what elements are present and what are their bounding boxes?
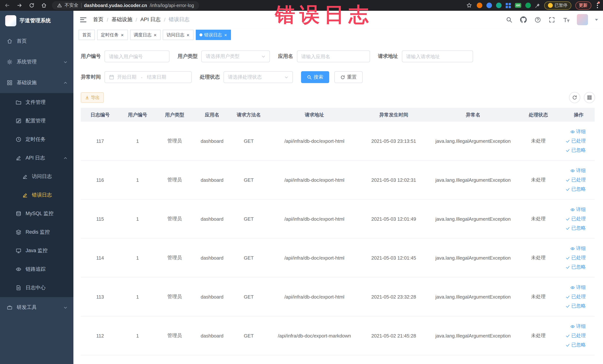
cell-actions: 详细 已处理 已忽略 — [556, 245, 595, 270]
refresh-button[interactable] — [28, 2, 35, 9]
tab-access-log[interactable]: 访问日志 × — [163, 30, 193, 40]
refresh-icon — [29, 3, 35, 8]
detail-link[interactable]: 详细 — [570, 245, 586, 252]
fullscreen-button[interactable] — [548, 16, 556, 23]
mark-ignored-link[interactable]: 已忽略 — [565, 341, 586, 348]
close-icon[interactable]: × — [186, 33, 190, 37]
sidebar-item-tracing[interactable]: 链路追踪 — [0, 260, 73, 279]
reset-button[interactable]: 重置 — [334, 71, 363, 83]
tab-schedule-log[interactable]: 调度日志 × — [130, 30, 161, 40]
font-size-button[interactable] — [562, 16, 570, 23]
extension-icon-teal[interactable] — [496, 3, 502, 8]
sidebar-item-redis-monitor[interactable]: Redis 监控 — [0, 223, 73, 241]
sidebar-item-scheduled-tasks[interactable]: 定时任务 — [0, 130, 73, 149]
star-icon — [466, 3, 472, 8]
cell-user-type: 管理员 — [156, 332, 194, 339]
mark-ignored-link[interactable]: 已忽略 — [565, 186, 586, 192]
breadcrumb-separator: / — [164, 17, 165, 23]
mark-ignored-link[interactable]: 已忽略 — [565, 225, 586, 231]
sidebar-item-dev-tools[interactable]: 研发工具 — [0, 297, 73, 318]
tab-home[interactable]: 首页 — [79, 30, 95, 40]
detail-link[interactable]: 详细 — [570, 167, 586, 174]
table-row: 116 1 管理员 dashboard GET /api/infra/db-do… — [81, 161, 595, 200]
extension-icon-grid[interactable] — [506, 3, 511, 8]
search-button[interactable] — [505, 16, 513, 23]
mark-processed-link[interactable]: 已处理 — [565, 332, 586, 339]
breadcrumb-item[interactable]: 基础设施 — [112, 16, 132, 23]
mark-ignored-link[interactable]: 已忽略 — [565, 303, 586, 309]
filter-label: 处理状态 — [200, 74, 220, 81]
sidebar-item-home[interactable]: 首页 — [0, 31, 73, 52]
pin-icon[interactable] — [535, 3, 540, 8]
sidebar-item-mysql-monitor[interactable]: MySQL 监控 — [0, 204, 73, 223]
sidebar-item-system[interactable]: 系统管理 — [0, 52, 73, 72]
document-icon — [16, 285, 22, 291]
close-icon[interactable]: × — [224, 33, 227, 37]
help-button[interactable] — [534, 16, 542, 23]
home-button[interactable] — [40, 2, 47, 9]
help-icon — [534, 16, 541, 23]
sidebar-item-access-log[interactable]: 访问日志 — [0, 167, 73, 186]
browser-menu-kebab-icon[interactable] — [595, 2, 599, 9]
mark-processed-link[interactable]: 已处理 — [565, 138, 586, 144]
detail-link[interactable]: 详细 — [570, 284, 586, 291]
extension-on-badge[interactable]: on — [515, 3, 521, 8]
sidebar-item-api-log[interactable]: API 日志 — [0, 149, 73, 167]
mark-ignored-link[interactable]: 已忽略 — [565, 264, 586, 270]
export-button[interactable]: 导出 — [81, 92, 104, 103]
request-url-input[interactable] — [402, 50, 473, 62]
address-bar[interactable]: 不安全 dashboard.yudao.iocoder.cn/infra/log… — [52, 1, 199, 10]
breadcrumb-separator: / — [136, 17, 137, 23]
sidebar-item-infrastructure[interactable]: 基础设施 — [0, 72, 73, 93]
column-header: 操作 — [556, 111, 595, 118]
app-logo[interactable]: 芋道管理系统 — [0, 11, 73, 31]
detail-link[interactable]: 详细 — [570, 206, 586, 213]
sidebar-item-file-management[interactable]: 文件管理 — [0, 93, 73, 112]
chevron-down-icon — [261, 54, 266, 59]
mark-processed-link[interactable]: 已处理 — [565, 215, 586, 222]
user-type-select[interactable]: 请选择用户类型 — [201, 50, 270, 62]
breadcrumb-item[interactable]: 首页 — [93, 16, 104, 23]
mark-processed-link[interactable]: 已处理 — [565, 176, 586, 183]
breadcrumb-item[interactable]: API 日志 — [140, 16, 161, 23]
tab-error-log[interactable]: 错误日志 × — [196, 30, 231, 40]
mark-processed-link[interactable]: 已处理 — [565, 293, 586, 300]
user-id-input[interactable] — [104, 50, 169, 62]
update-button[interactable]: 更新 — [575, 1, 591, 10]
extension-icon-blue[interactable] — [487, 3, 492, 8]
hamburger-icon[interactable] — [79, 16, 88, 23]
github-button[interactable] — [519, 16, 527, 24]
sidebar-item-log-center[interactable]: 日志中心 — [0, 279, 73, 297]
date-range-picker[interactable]: 开始日期 - 结束日期 — [104, 71, 192, 83]
forward-button[interactable] — [16, 2, 23, 9]
tab-scheduled-tasks[interactable]: 定时任务 × — [97, 30, 128, 40]
mark-processed-link[interactable]: 已处理 — [565, 254, 586, 261]
extension-icon-orange[interactable] — [477, 3, 482, 8]
sidebar-item-error-log[interactable]: 错误日志 — [0, 186, 73, 204]
process-status-select[interactable]: 请选择处理状态 — [223, 71, 293, 83]
eye-icon — [570, 168, 575, 173]
caret-down-icon[interactable] — [595, 19, 598, 21]
font-size-icon — [563, 16, 570, 23]
bookmark-star-button[interactable] — [466, 2, 473, 9]
cell-exception-time: 2021-05-02 23:32:28 — [362, 294, 426, 299]
avatar[interactable] — [577, 14, 588, 25]
extension-icon-green[interactable] — [525, 3, 531, 8]
mark-ignored-link[interactable]: 已忽略 — [565, 147, 586, 153]
close-icon[interactable]: × — [120, 33, 124, 37]
sidebar-item-config-management[interactable]: 配置管理 — [0, 112, 73, 130]
detail-link[interactable]: 详细 — [570, 128, 586, 135]
filter-row-1: 用户编号 用户类型 请选择用户类型 应用名 请求地址 — [81, 50, 595, 62]
close-icon[interactable]: × — [153, 33, 157, 37]
sidebar-item-java-monitor[interactable]: Java 监控 — [0, 241, 73, 260]
column-settings-button[interactable] — [584, 92, 595, 103]
refresh-table-button[interactable] — [569, 92, 580, 103]
config-icon — [16, 118, 22, 124]
app-name-input[interactable] — [297, 50, 370, 62]
eye-icon — [570, 285, 575, 290]
detail-link[interactable]: 详细 — [570, 323, 586, 330]
search-button[interactable]: 搜索 — [301, 71, 329, 83]
paused-badge[interactable]: 已暂停 — [544, 1, 571, 10]
cell-request-url: /api/infra/db-doc/export-html — [267, 255, 362, 260]
back-button[interactable] — [4, 2, 11, 9]
